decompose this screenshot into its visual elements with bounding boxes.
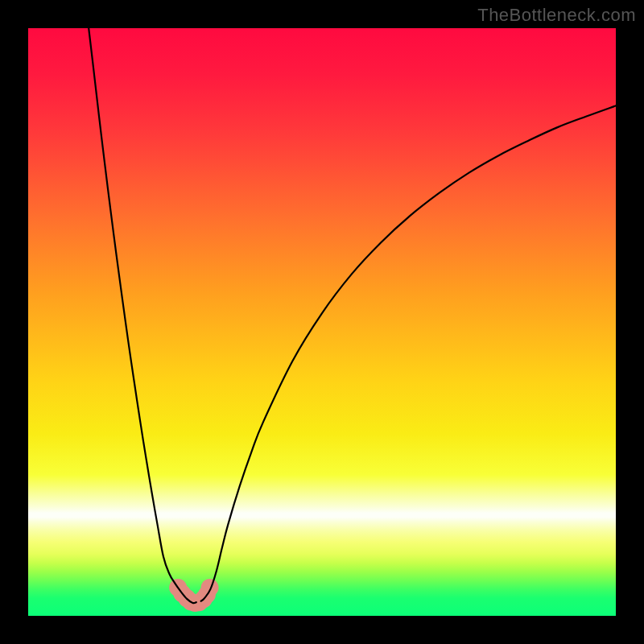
plot-area [28, 28, 616, 616]
curve-svg [28, 28, 616, 616]
min-markers-group [169, 579, 218, 612]
frame: TheBottleneck.com [0, 0, 644, 644]
min-marker [201, 579, 219, 597]
watermark-text: TheBottleneck.com [477, 5, 636, 26]
curve-left-branch [89, 28, 196, 603]
curve-right-branch [201, 105, 616, 601]
